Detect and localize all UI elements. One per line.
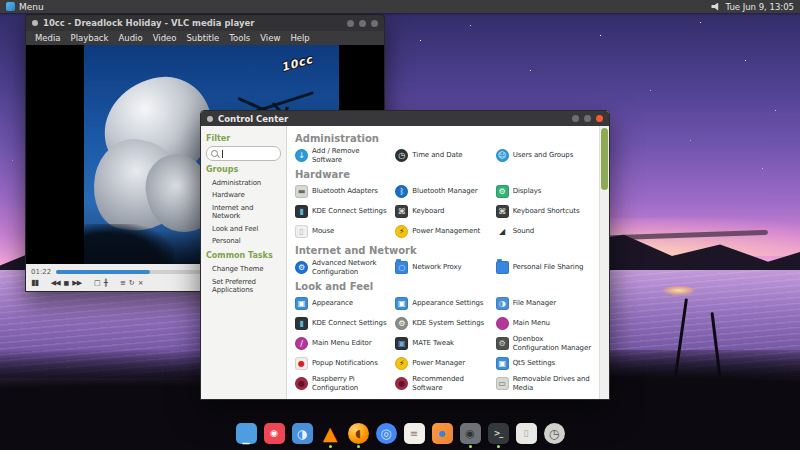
dock-item-control-center-dock[interactable]: ◉ [460,423,481,448]
cc-item-label: KDE Connect Settings [312,207,387,215]
cc-item-add-remove-software[interactable]: ↓Add / Remove Software [295,147,390,164]
dock-item-trash[interactable]: ▯ [516,423,537,448]
cc-item-main-menu-editor[interactable]: ∕Main Menu Editor [295,335,390,352]
cc-maximize-button[interactable] [584,115,591,122]
vlc-titlebar[interactable]: 10cc - Dreadlock Holiday - VLC media pla… [26,15,384,31]
filter-search-input[interactable] [206,146,281,161]
cc-item-sound[interactable]: ◢Sound [496,223,591,240]
vlc-maximize-button[interactable] [359,20,366,27]
cc-item-users-and-groups[interactable]: ☺Users and Groups [496,147,591,164]
dock-item-clock-app[interactable]: ◷ [544,423,565,448]
vlc-menu-help[interactable]: Help [285,33,314,43]
time-and-date-icon: ◷ [395,149,408,162]
cc-item-bluetooth-manager[interactable]: ᛒBluetooth Manager [395,183,490,200]
cc-item-recommended-software[interactable]: ●Recommended Software [395,375,490,392]
dock-item-show-desktop[interactable]: ▁ [236,423,257,448]
appearance-settings-icon: ▣ [395,297,408,310]
pause-button[interactable]: ▮▮ [31,279,38,287]
playlist-button[interactable]: ≡ [120,280,125,287]
cc-item-kde-connect-settings[interactable]: ▮KDE Connect Settings [295,203,390,220]
cc-close-button[interactable] [596,115,603,122]
cc-item-raspberry-pi-configuration[interactable]: ●Raspberry Pi Configuration [295,375,390,392]
fullscreen-button[interactable]: □ [94,280,100,287]
top-panel: Menu Tue Jun 9, 13:05 [0,0,800,13]
cc-item-removable-drives-and-media[interactable]: ▭Removable Drives and Media [496,375,591,392]
sidebar-group-administration[interactable]: Administration [206,177,281,189]
cc-item-mate-tweak[interactable]: ▣MATE Tweak [395,335,490,352]
vlc-menu-video[interactable]: Video [148,33,182,43]
cc-item-kde-connect-settings[interactable]: ▮KDE Connect Settings [295,315,390,332]
cc-item-qt5-settings[interactable]: ▣Qt5 Settings [496,355,591,372]
next-button[interactable]: ▶▶ [72,280,81,287]
cc-item-label: Removable Drives and Media [513,375,591,392]
vlc-menu-subtitle[interactable]: Subtitle [181,33,224,43]
cc-item-personal-file-sharing[interactable]: Personal File Sharing [496,259,591,276]
volume-icon[interactable] [711,3,720,11]
cc-minimize-button[interactable] [572,115,579,122]
panel-indicators: Tue Jun 9, 13:05 [711,2,794,12]
file-manager-icon: ◑ [292,423,313,444]
panel-clock[interactable]: Tue Jun 9, 13:05 [725,2,794,12]
cc-item-label: Openbox Configuration Manager [513,335,591,352]
scrollbar[interactable] [599,126,609,399]
vlc-minimize-button[interactable] [347,20,354,27]
cc-item-main-menu[interactable]: Main Menu [496,315,591,332]
cc-item-displays[interactable]: ⚙Displays [496,183,591,200]
cc-item-popup-notifications[interactable]: ●Popup Notifications [295,355,390,372]
previous-button[interactable]: ◀◀ [51,280,60,287]
cc-item-time-and-date[interactable]: ◷Time and Date [395,147,490,164]
scrollbar-thumb[interactable] [601,128,608,190]
task-change-theme[interactable]: Change Theme [206,263,281,275]
random-button[interactable]: × [138,280,143,287]
cc-item-openbox-configuration-manager[interactable]: ⚙Openbox Configuration Manager [496,335,591,352]
dock-item-image-viewer[interactable]: ● [432,423,453,448]
cc-item-label: Add / Remove Software [312,147,390,164]
dock-item-vlc[interactable]: ▲ [320,423,341,448]
vlc-menu-tools[interactable]: Tools [224,33,255,43]
extended-settings-button[interactable]: ╫ [104,280,107,287]
cc-item-keyboard-shortcuts[interactable]: ⌘Keyboard Shortcuts [496,203,591,220]
advanced-network-configuration-icon: ⚙ [295,261,308,274]
vlc-menu-view[interactable]: View [255,33,285,43]
control-center-window: Control Center Filter Groups Administrat… [200,110,610,400]
sidebar-group-hardware[interactable]: Hardware [206,189,281,201]
vlc-menu-playback[interactable]: Playback [66,33,114,43]
cc-item-power-manager[interactable]: ⚡Power Manager [395,355,490,372]
vlc-menu-audio[interactable]: Audio [113,33,147,43]
running-indicator [469,445,472,448]
dock-item-firefox[interactable]: ◖ [348,423,369,448]
dock-item-chromium[interactable]: ◎ [376,423,397,448]
task-set-preferred-applications[interactable]: Set Preferred Applications [206,276,281,297]
cc-item-power-management[interactable]: ⚡Power Management [395,223,490,240]
sidebar-group-personal[interactable]: Personal [206,235,281,247]
running-indicator [357,445,360,448]
cc-item-appearance[interactable]: ▣Appearance [295,295,390,312]
sidebar-group-look-and-feel[interactable]: Look and Feel [206,223,281,235]
menu-button[interactable]: Menu [6,2,44,12]
cc-item-mouse[interactable]: ▯Mouse [295,223,390,240]
cc-item-label: Recommended Software [412,375,490,392]
vlc-menu-media[interactable]: Media [30,33,66,43]
dock-item-terminal[interactable]: >_ [488,423,509,448]
section-grid-administration: ↓Add / Remove Software◷Time and Date☺Use… [295,147,591,164]
cc-item-label: Keyboard [412,207,444,215]
dock: ▁◉◑▲◖◎≡●◉>_▯◷ [0,423,800,448]
cc-item-advanced-network-configuration[interactable]: ⚙Advanced Network Configuration [295,259,390,276]
dock-item-file-manager[interactable]: ◑ [292,423,313,448]
cc-item-bluetooth-adapters[interactable]: ▬Bluetooth Adapters [295,183,390,200]
cc-item-label: Advanced Network Configuration [312,259,390,276]
cc-item-appearance-settings[interactable]: ▣Appearance Settings [395,295,490,312]
control-center-titlebar[interactable]: Control Center [201,111,609,126]
sidebar-group-internet-and-network[interactable]: Internet and Network [206,202,281,223]
dock-item-screenshot-tool[interactable]: ◉ [264,423,285,448]
loop-button[interactable]: ↻ [129,280,134,287]
cc-item-network-proxy[interactable]: ○Network Proxy [395,259,490,276]
cc-item-kde-system-settings[interactable]: ⚙KDE System Settings [395,315,490,332]
cc-item-keyboard[interactable]: ⌘Keyboard [395,203,490,220]
dock-item-text-editor[interactable]: ≡ [404,423,425,448]
cc-item-file-manager[interactable]: ◑File Manager [496,295,591,312]
raspberry-pi-configuration-icon: ● [295,377,308,390]
stop-button[interactable]: ■ [64,280,69,286]
cc-item-label: Time and Date [412,151,462,159]
vlc-close-button[interactable] [371,20,378,27]
